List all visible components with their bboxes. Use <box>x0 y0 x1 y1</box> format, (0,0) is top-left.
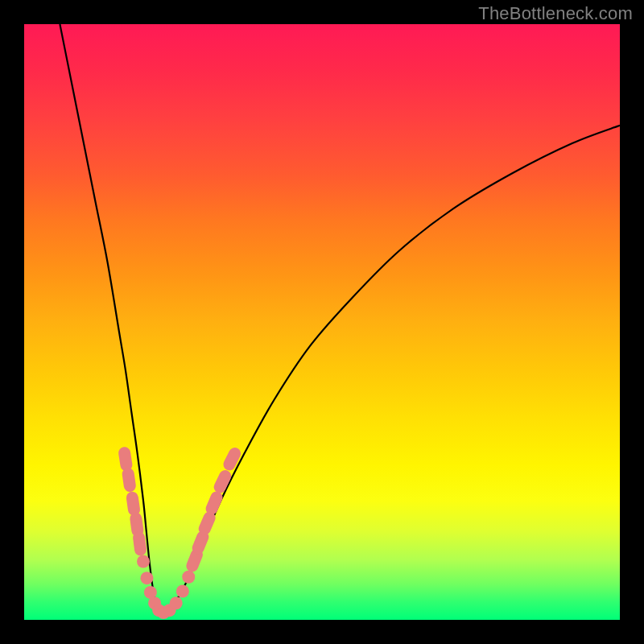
curve-marker <box>122 467 137 493</box>
curve-marker <box>132 530 147 556</box>
curve-marker <box>221 445 243 473</box>
bottleneck-curve <box>60 24 620 614</box>
plot-area <box>24 24 620 620</box>
watermark-text: TheBottleneck.com <box>478 3 633 24</box>
curve-marker <box>118 446 133 472</box>
curve-marker <box>176 584 189 597</box>
curve-marker <box>137 555 150 568</box>
curve-marker <box>170 597 183 609</box>
curve-layer <box>24 24 620 620</box>
curve-marker <box>182 571 195 584</box>
curve-marker <box>126 491 141 517</box>
curve-markers <box>118 445 243 619</box>
curve-marker <box>140 572 153 584</box>
chart-frame: TheBottleneck.com <box>0 0 644 644</box>
